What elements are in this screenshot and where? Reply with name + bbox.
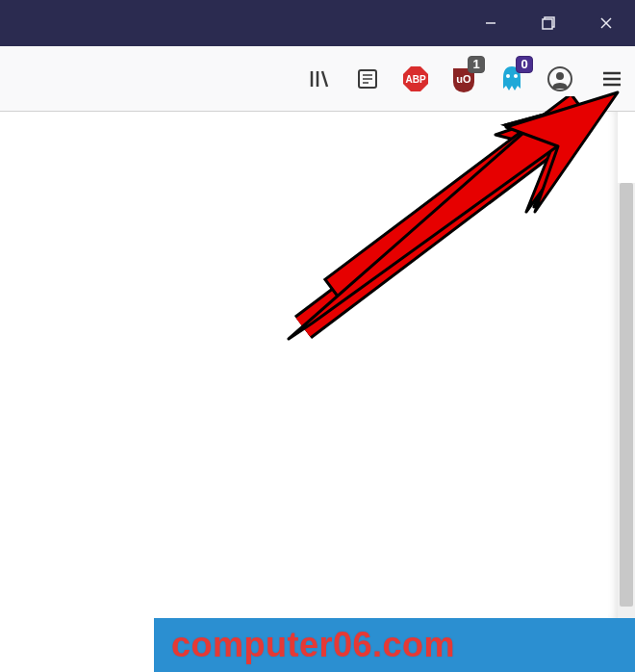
reader-view-button[interactable] [350,62,385,96]
watermark-bar: computer06.com [154,618,635,672]
ublock-badge: 1 [468,56,485,73]
svg-rect-2 [543,19,552,29]
minimize-icon [484,16,497,30]
restore-icon [541,15,556,31]
scrollbar-track[interactable] [618,183,635,626]
window-titlebar [0,0,635,46]
adblock-plus-button[interactable]: ABP [398,62,433,96]
svg-line-7 [322,71,327,87]
library-button[interactable] [302,62,337,96]
minimize-button[interactable] [462,0,520,46]
svg-point-16 [514,74,518,78]
svg-point-15 [506,74,510,78]
svg-text:uO: uO [456,73,471,85]
watermark-text: computer06.com [171,625,455,665]
account-icon [546,65,573,92]
abp-icon: ABP [400,64,431,94]
page-content [0,112,635,672]
scrollbar-thumb[interactable] [620,183,633,607]
hamburger-icon [600,67,623,90]
library-icon [307,66,332,91]
browser-toolbar: ABP uO 1 0 [0,46,635,112]
close-icon [598,15,614,31]
ghostery-button[interactable]: 0 [495,62,529,96]
maximize-button[interactable] [520,0,577,46]
svg-text:ABP: ABP [405,74,425,85]
svg-point-18 [556,72,564,80]
ghostery-badge: 0 [516,56,533,73]
close-button[interactable] [577,0,635,46]
menu-button[interactable] [595,62,629,96]
reader-icon [356,67,379,90]
ublock-button[interactable]: uO 1 [446,62,481,96]
account-button[interactable] [543,62,577,96]
